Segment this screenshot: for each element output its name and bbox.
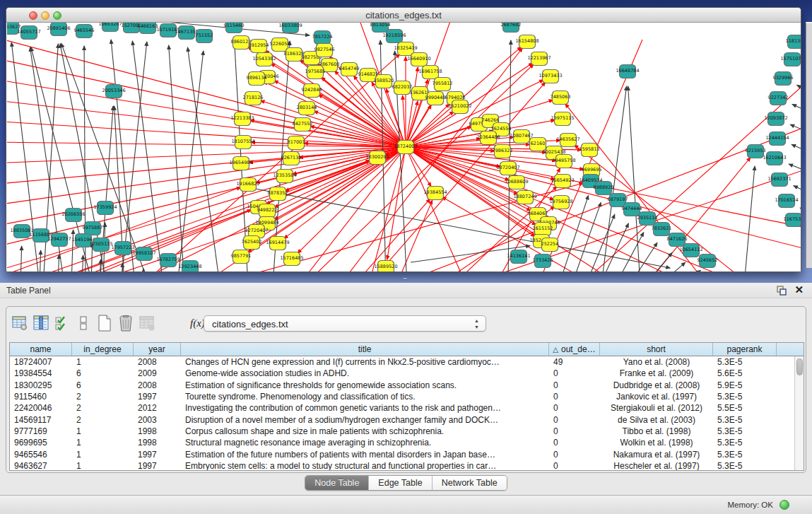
table-row[interactable]: 946554611997Estimation of the future num… bbox=[10, 448, 794, 460]
graph-node[interactable]: 1181304 bbox=[786, 35, 801, 49]
graph-node[interactable]: 8878352 bbox=[268, 187, 288, 201]
graph-node[interactable]: 9474444 bbox=[622, 203, 642, 216]
close-panel-icon[interactable]: ✕ bbox=[794, 284, 804, 296]
graph-node[interactable]: 14136141 bbox=[507, 250, 530, 264]
graph-node[interactable]: 15692371 bbox=[767, 173, 791, 187]
graph-node[interactable]: 7955812 bbox=[433, 78, 453, 91]
graph-node[interactable]: 9115460 bbox=[224, 23, 245, 33]
graph-node[interactable]: 10653287 bbox=[98, 23, 122, 32]
graph-node[interactable]: 6466163 bbox=[138, 23, 158, 34]
table-row[interactable]: 969969511998Structural magnetic resonanc… bbox=[10, 437, 794, 448]
graph-node[interactable]: 9827546 bbox=[314, 44, 335, 57]
graph-node[interactable]: 17359924 bbox=[93, 201, 117, 215]
graph-node[interactable]: 8267130 bbox=[281, 152, 302, 165]
graph-node[interactable]: 20206556 bbox=[61, 209, 85, 222]
graph-node[interactable]: 20053346 bbox=[102, 85, 125, 98]
split-pane-handle[interactable] bbox=[402, 277, 408, 280]
graph-node[interactable]: 19166822 bbox=[236, 178, 259, 192]
graph-node[interactable]: 10543382 bbox=[252, 53, 276, 66]
graph-node[interactable]: 15654923 bbox=[551, 175, 574, 188]
graph-node[interactable]: 252254 bbox=[541, 238, 559, 252]
graph-node[interactable]: 12923448 bbox=[178, 261, 201, 272]
table-row[interactable]: 2242004622012Investigating the contribut… bbox=[10, 402, 794, 414]
graph-node[interactable]: 18835061 bbox=[10, 225, 33, 238]
graph-node[interactable]: 2687682 bbox=[501, 23, 522, 33]
graph-node[interactable]: 12213967 bbox=[527, 52, 551, 66]
graph-node[interactable]: 7986322 bbox=[493, 145, 513, 158]
graph-node[interactable]: 15751074 bbox=[780, 53, 801, 66]
graph-node[interactable]: 18107554 bbox=[231, 136, 254, 149]
graph-node[interactable]: 12444154 bbox=[765, 132, 789, 146]
graph-node[interactable]: 1975685 bbox=[305, 66, 326, 79]
graph-node[interactable]: 17957223 bbox=[111, 242, 134, 255]
graph-node[interactable]: 19756928 bbox=[549, 196, 572, 209]
graph-node[interactable]: 12213383 bbox=[230, 112, 254, 126]
graph-node[interactable]: 9975887 bbox=[83, 222, 103, 235]
graph-node[interactable]: 16033809 bbox=[278, 23, 302, 33]
graph-node[interactable]: 1615152 bbox=[533, 223, 553, 236]
graph-node[interactable]: 16210022 bbox=[448, 100, 471, 114]
graph-node[interactable]: 2803144 bbox=[297, 102, 317, 115]
table-row[interactable]: 911546021997Tourette syndrome. Phenomeno… bbox=[10, 391, 794, 402]
graph-node[interactable]: 17016514 bbox=[775, 194, 798, 208]
graph-node[interactable]: 9465546 bbox=[74, 25, 95, 38]
table-selector-dropdown[interactable]: citations_edges.txt ▲▼ bbox=[204, 315, 486, 332]
trash-icon[interactable] bbox=[117, 314, 135, 332]
graph-node[interactable]: 1733426 bbox=[533, 255, 553, 268]
tab-edge-table[interactable]: Edge Table bbox=[369, 476, 432, 490]
table-column-icon[interactable] bbox=[32, 314, 50, 332]
graph-node[interactable]: 13975115 bbox=[551, 112, 574, 126]
graph-node[interactable]: 1595813 bbox=[579, 144, 600, 157]
graph-node[interactable]: 12093872 bbox=[764, 112, 787, 126]
column-header-out_de[interactable]: △out_de… bbox=[549, 343, 600, 356]
table-row[interactable]: 946362711997Embryonic stem cells: a mode… bbox=[10, 460, 794, 471]
graph-node[interactable]: 20364486 bbox=[476, 132, 500, 145]
graph-node[interactable]: 10973433 bbox=[539, 70, 562, 83]
graph-node[interactable]: 7832621 bbox=[652, 223, 672, 236]
graph-node[interactable]: 14635627 bbox=[556, 134, 579, 147]
graph-node[interactable]: 12505115 bbox=[89, 238, 112, 252]
column-header-pagerank[interactable]: pagerank bbox=[713, 343, 777, 356]
graph-node[interactable]: 16961758 bbox=[418, 66, 442, 79]
graph-node[interactable]: 12353584 bbox=[273, 170, 296, 183]
graph-node[interactable]: 8427552 bbox=[293, 118, 313, 132]
function-builder-icon[interactable]: f(x) bbox=[190, 317, 205, 329]
graph-node[interactable]: 9498222 bbox=[257, 204, 278, 218]
graph-node[interactable]: 14055717 bbox=[17, 26, 40, 40]
graph-node[interactable]: 9227342 bbox=[768, 92, 789, 105]
graph-node[interactable]: 19384554 bbox=[423, 187, 447, 200]
column-header-year[interactable]: year bbox=[134, 343, 181, 356]
graph-node[interactable]: 10688609 bbox=[505, 176, 528, 189]
table-row[interactable]: 1938455462009Genome-wide association stu… bbox=[10, 368, 794, 379]
graph-node[interactable]: 16914479 bbox=[266, 237, 289, 250]
table-scrollbar-thumb[interactable] bbox=[796, 358, 803, 375]
table-scrollbar[interactable] bbox=[794, 356, 804, 470]
graph-node[interactable]: 1588520 bbox=[374, 75, 394, 88]
network-canvas[interactable]: 1872400794636271405571720891406946554610… bbox=[7, 23, 801, 271]
graph-node[interactable]: 9242848 bbox=[302, 84, 322, 98]
new-document-icon[interactable] bbox=[95, 314, 114, 332]
graph-node[interactable]: 16210643 bbox=[763, 152, 786, 165]
graph-node[interactable]: 8988928 bbox=[594, 182, 614, 195]
column-header-name[interactable]: name bbox=[10, 343, 72, 356]
graph-node[interactable]: 15889520 bbox=[374, 261, 397, 272]
graph-node[interactable]: 8454749 bbox=[339, 63, 360, 76]
graph-node[interactable]: 16782759 bbox=[156, 254, 180, 267]
graph-node[interactable]: 16640910 bbox=[407, 53, 430, 66]
graph-node[interactable]: 817003 bbox=[288, 136, 305, 150]
float-panel-icon[interactable] bbox=[777, 286, 787, 296]
column-header-in_degree[interactable]: in_degree bbox=[72, 343, 134, 356]
graph-node[interactable]: 9990448 bbox=[425, 92, 446, 105]
table-row[interactable]: 1872400712008Changes of HCN gene express… bbox=[10, 356, 794, 368]
graph-node[interactable]: 18300295 bbox=[365, 151, 389, 165]
table-row[interactable]: 1456911722003Disruption of a novel membe… bbox=[10, 414, 794, 425]
graph-node[interactable]: 10654112 bbox=[679, 244, 702, 257]
table-row[interactable]: 1830029562008Estimation of significance … bbox=[10, 380, 794, 391]
graph-node[interactable]: 18720407 bbox=[496, 162, 519, 175]
graph-node[interactable]: 19654985 bbox=[229, 157, 252, 170]
column-header-title[interactable]: title bbox=[181, 343, 549, 356]
graph-node[interactable]: 19218596 bbox=[382, 30, 406, 43]
graph-node[interactable]: 8912954 bbox=[249, 40, 269, 53]
network-window-titlebar[interactable]: citations_edges.txt bbox=[6, 8, 801, 23]
graph-node[interactable]: 9857791 bbox=[231, 250, 252, 264]
